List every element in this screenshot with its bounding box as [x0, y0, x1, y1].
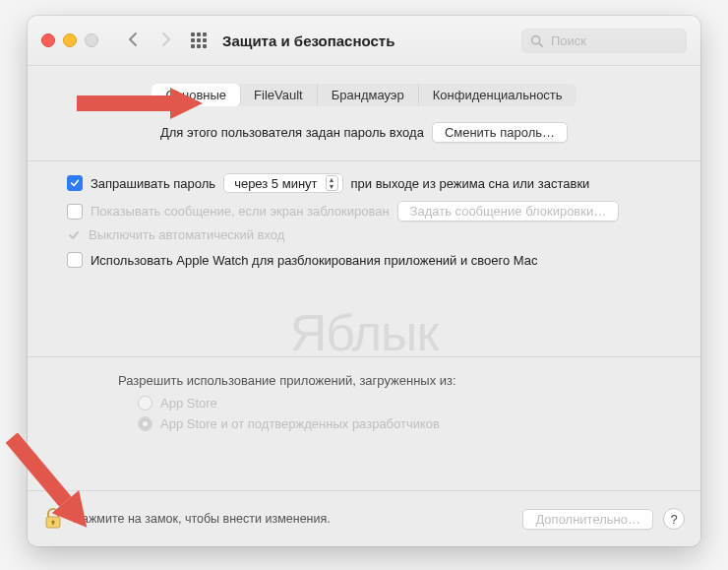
svg-line-1: [539, 42, 542, 45]
show-message-checkbox: [67, 204, 83, 220]
show-message-label: Показывать сообщение, если экран заблоки…: [91, 204, 390, 219]
allow-apps-option-0-label: App Store: [160, 396, 217, 411]
divider: [28, 356, 700, 357]
set-lock-message-button: Задать сообщение блокировки…: [397, 201, 620, 222]
lock-button[interactable]: [43, 507, 63, 531]
allow-apps-option-1-label: App Store и от подтвержденных разработчи…: [160, 416, 440, 431]
login-password-row: Для этого пользователя задан пароль вход…: [49, 116, 679, 149]
footer: Нажмите на замок, чтобы внести изменения…: [28, 490, 700, 546]
close-button[interactable]: [41, 33, 55, 47]
disable-autologin-label: Выключить автоматический вход: [89, 227, 284, 242]
allow-apps-option-0: App Store: [118, 396, 679, 411]
password-delay-value: через 5 минут: [234, 176, 317, 191]
apple-watch-label: Использовать Apple Watch для разблокиров…: [91, 253, 537, 268]
radio-app-store-and-identified: [138, 416, 152, 431]
search-input[interactable]: [549, 32, 678, 49]
apple-watch-checkbox[interactable]: [67, 252, 83, 268]
nav-group: [124, 30, 207, 52]
stepper-icon: ▲▼: [326, 175, 338, 191]
content-area: Для этого пользователя задан пароль вход…: [28, 116, 700, 490]
window-title: Защита и безопасность: [222, 32, 394, 49]
back-button[interactable]: [124, 30, 142, 52]
show-all-button[interactable]: [191, 32, 207, 48]
search-field[interactable]: [521, 29, 687, 53]
show-message-row: Показывать сообщение, если экран заблоки…: [49, 201, 679, 222]
tab-2[interactable]: Брандмауэр: [318, 84, 419, 106]
change-password-button[interactable]: Сменить пароль…: [432, 122, 568, 143]
tab-bar: ОсновныеFileVaultБрандмауэрКонфиденциаль…: [28, 66, 700, 116]
password-delay-select[interactable]: через 5 минут ▲▼: [223, 173, 342, 193]
search-icon: [530, 34, 543, 47]
grid-icon: [191, 32, 207, 48]
tab-1[interactable]: FileVault: [240, 84, 318, 106]
window-controls: [41, 33, 98, 47]
check-icon: [70, 178, 80, 188]
chevron-left-icon: [128, 32, 138, 47]
require-password-label-before: Запрашивать пароль: [91, 176, 215, 191]
preferences-window: Защита и безопасность ОсновныеFileVaultБ…: [28, 16, 700, 546]
require-password-row: Запрашивать пароль через 5 минут ▲▼ при …: [49, 173, 679, 193]
allow-apps-heading: Разрешить использование приложений, загр…: [118, 373, 679, 388]
chevron-right-icon: [161, 32, 171, 47]
help-button[interactable]: ?: [663, 508, 685, 530]
svg-rect-4: [52, 522, 54, 525]
check-icon: [68, 229, 80, 241]
advanced-button[interactable]: Дополнительно…: [522, 509, 653, 530]
allow-apps-section: Разрешить использование приложений, загр…: [49, 369, 679, 431]
tab-0[interactable]: Основные: [152, 84, 241, 106]
login-password-text: Для этого пользователя задан пароль вход…: [160, 125, 424, 140]
require-password-label-after: при выходе из режима сна или заставки: [351, 176, 590, 191]
apple-watch-row: Использовать Apple Watch для разблокиров…: [49, 252, 679, 268]
titlebar: Защита и безопасность: [28, 16, 700, 66]
lock-hint-text: Нажмите на замок, чтобы внести изменения…: [73, 512, 331, 526]
minimize-button[interactable]: [63, 33, 77, 47]
zoom-button: [85, 33, 98, 47]
disable-autologin-row: Выключить автоматический вход: [49, 227, 679, 242]
forward-button: [157, 30, 175, 52]
disable-autologin-checkbox: [67, 228, 81, 242]
require-password-checkbox[interactable]: [67, 175, 83, 191]
divider: [28, 160, 700, 161]
radio-app-store: [138, 396, 152, 411]
tab-3[interactable]: Конфиденциальность: [419, 84, 576, 106]
lock-icon: [43, 507, 63, 531]
watermark-text: Яблык: [28, 303, 700, 362]
allow-apps-option-1: App Store и от подтвержденных разработчи…: [118, 416, 679, 431]
